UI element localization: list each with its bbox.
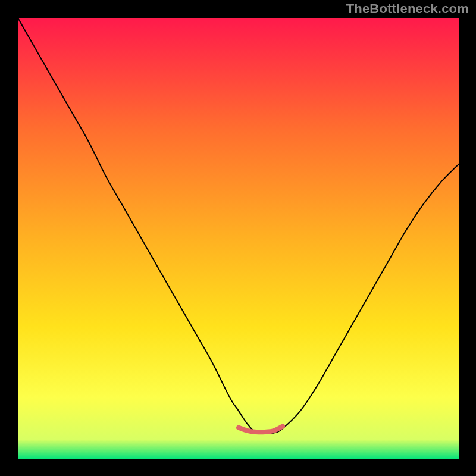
watermark-text: TheBottleneck.com: [346, 1, 469, 17]
bottleneck-chart: [0, 0, 476, 476]
plot-background: [18, 18, 459, 459]
chart-frame: TheBottleneck.com: [0, 0, 476, 476]
